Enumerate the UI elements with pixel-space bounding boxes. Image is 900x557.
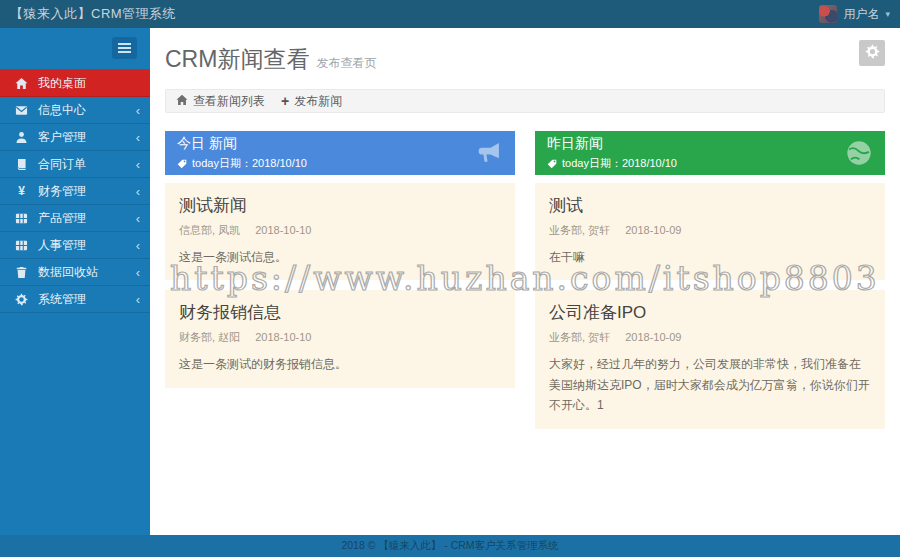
news-meta: 财务部, 赵阳 2018-10-10 (179, 330, 501, 345)
panel-date-text: today日期：2018/10/10 (562, 156, 677, 171)
page-title-text: CRM新闻查看 (165, 46, 309, 72)
chevron-left-icon: ‹ (136, 185, 140, 198)
sidebar-item-product[interactable]: 产品管理 ‹ (0, 205, 150, 232)
news-date: 2018-10-09 (625, 331, 681, 343)
sidebar-item-info-center[interactable]: 信息中心 ‹ (0, 97, 150, 124)
sidebar-item-label: 财务管理 (38, 183, 136, 200)
news-date: 2018-10-10 (255, 331, 311, 343)
sidebar-item-label: 合同订单 (38, 156, 136, 173)
news-meta: 业务部, 贺轩 2018-10-09 (549, 223, 871, 238)
news-card: 测试新闻 信息部, 凤凯 2018-10-10 这是一条测试信息。 (165, 183, 515, 280)
sidebar-nav: 我的桌面 信息中心 ‹ 客户管理 ‹ (0, 69, 150, 313)
home-icon (13, 77, 30, 90)
trash-icon (13, 266, 30, 279)
yesterday-news-panel: 昨日新闻 today日期：2018/10/10 (535, 131, 885, 175)
news-title: 财务报销信息 (179, 301, 501, 324)
user-menu[interactable]: 用户名 ▾ (819, 5, 890, 23)
sidebar-item-label: 人事管理 (38, 237, 136, 254)
grid-icon (13, 212, 30, 225)
chevron-left-icon: ‹ (136, 212, 140, 225)
topbar: 【猿来入此】CRM管理系统 用户名 ▾ (0, 0, 900, 28)
news-title: 公司准备IPO (549, 301, 871, 324)
book-icon (13, 158, 30, 171)
news-card: 财务报销信息 财务部, 赵阳 2018-10-10 这是一条测试的财务报销信息。 (165, 290, 515, 387)
message-icon (13, 104, 30, 117)
home-icon (176, 94, 188, 109)
sidebar-item-label: 系统管理 (38, 291, 136, 308)
news-body: 这是一条测试的财务报销信息。 (179, 354, 501, 374)
sidebar-item-customer[interactable]: 客户管理 ‹ (0, 124, 150, 151)
news-author: 财务部, 赵阳 (179, 331, 240, 343)
news-meta: 业务部, 贺轩 2018-10-09 (549, 330, 871, 345)
news-meta: 信息部, 凤凯 2018-10-10 (179, 223, 501, 238)
gear-icon (865, 44, 880, 62)
breadcrumb-label: 发布新闻 (294, 93, 342, 110)
hamburger-icon (118, 47, 131, 49)
chevron-down-icon: ▾ (885, 9, 890, 19)
globe-icon (845, 139, 873, 167)
panel-date-text: today日期：2018/10/10 (192, 156, 307, 171)
page-title: CRM新闻查看发布查看页 (165, 44, 376, 75)
chevron-left-icon: ‹ (136, 239, 140, 252)
avatar (819, 5, 837, 23)
sidebar-item-hr[interactable]: 人事管理 ‹ (0, 232, 150, 259)
main-content: CRM新闻查看发布查看页 查看新闻列表 + 发布新闻 (150, 28, 900, 535)
news-title: 测试 (549, 194, 871, 217)
crm-app: 【猿来入此】CRM管理系统 用户名 ▾ 我的桌面 (0, 0, 900, 557)
plus-icon: + (281, 94, 289, 108)
news-author: 信息部, 凤凯 (179, 224, 240, 236)
news-author: 业务部, 贺轩 (549, 331, 610, 343)
page-subtitle: 发布查看页 (316, 56, 376, 70)
user-icon (13, 131, 30, 144)
gear-icon (13, 293, 30, 306)
sidebar-item-label: 信息中心 (38, 102, 136, 119)
settings-button[interactable] (859, 40, 885, 66)
news-body: 这是一条测试信息。 (179, 247, 501, 267)
breadcrumb-label: 查看新闻列表 (193, 93, 265, 110)
breadcrumb-news-list-link[interactable]: 查看新闻列表 (176, 93, 265, 110)
sidebar-item-system[interactable]: 系统管理 ‹ (0, 286, 150, 313)
sidebar-item-label: 我的桌面 (38, 75, 140, 92)
sidebar-item-label: 数据回收站 (38, 264, 136, 281)
today-news-panel: 今日 新闻 today日期：2018/10/10 (165, 131, 515, 175)
tag-icon (177, 159, 187, 169)
news-card: 测试 业务部, 贺轩 2018-10-09 在干嘛 (535, 183, 885, 280)
tag-icon (547, 159, 557, 169)
sidebar-item-contract-order[interactable]: 合同订单 ‹ (0, 151, 150, 178)
chevron-left-icon: ‹ (136, 104, 140, 117)
chevron-left-icon: ‹ (136, 293, 140, 306)
yen-icon: ¥ (13, 185, 30, 197)
news-author: 业务部, 贺轩 (549, 224, 610, 236)
news-card: 公司准备IPO 业务部, 贺轩 2018-10-09 大家好，经过几年的努力，公… (535, 290, 885, 428)
bullhorn-icon (475, 139, 503, 167)
footer: 2018 © 【猿来入此】 - CRM客户关系管理系统 (0, 535, 900, 557)
chevron-left-icon: ‹ (136, 266, 140, 279)
app-title: 【猿来入此】CRM管理系统 (10, 5, 176, 23)
sidebar-item-label: 产品管理 (38, 210, 136, 227)
sidebar-item-label: 客户管理 (38, 129, 136, 146)
news-title: 测试新闻 (179, 194, 501, 217)
sidebar-item-recycle[interactable]: 数据回收站 ‹ (0, 259, 150, 286)
menu-toggle-button[interactable] (112, 37, 137, 59)
breadcrumb: 查看新闻列表 + 发布新闻 (165, 89, 885, 113)
news-body: 大家好，经过几年的努力，公司发展的非常快，我们准备在美国纳斯达克IPO，届时大家… (549, 354, 871, 415)
news-date: 2018-10-09 (625, 224, 681, 236)
panel-title: 今日 新闻 (177, 135, 307, 153)
footer-text: 2018 © 【猿来入此】 - CRM客户关系管理系统 (341, 539, 558, 553)
grid-icon (13, 239, 30, 252)
sidebar-item-desktop[interactable]: 我的桌面 (0, 70, 150, 97)
sidebar-item-finance[interactable]: ¥ 财务管理 ‹ (0, 178, 150, 205)
chevron-left-icon: ‹ (136, 131, 140, 144)
news-body: 在干嘛 (549, 247, 871, 267)
chevron-left-icon: ‹ (136, 158, 140, 171)
breadcrumb-publish-news-link[interactable]: + 发布新闻 (281, 93, 342, 110)
sidebar: 我的桌面 信息中心 ‹ 客户管理 ‹ (0, 28, 150, 535)
news-date: 2018-10-10 (255, 224, 311, 236)
username: 用户名 (843, 6, 879, 23)
panel-title: 昨日新闻 (547, 135, 677, 153)
